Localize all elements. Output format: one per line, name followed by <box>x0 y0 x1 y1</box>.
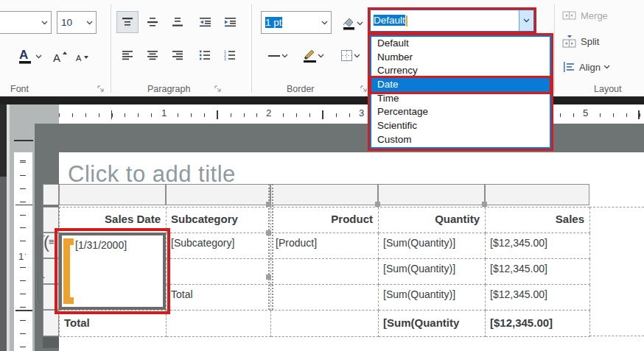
align-center-button[interactable] <box>141 44 164 66</box>
align-middle-button[interactable] <box>141 11 164 33</box>
merge-button[interactable]: Merge <box>562 7 608 24</box>
table-cell[interactable]: [Subcategory] <box>167 233 271 259</box>
table-cell[interactable]: [Product] <box>271 233 379 259</box>
header-cell[interactable]: Sales <box>486 208 590 233</box>
header-cell[interactable]: Subcategory <box>167 208 271 233</box>
format-option-default[interactable]: Default <box>371 37 550 51</box>
header-cell[interactable]: Quantity <box>379 208 486 233</box>
table-cell[interactable] <box>271 259 379 285</box>
table-cell[interactable] <box>271 311 379 337</box>
header-cell[interactable]: Product <box>271 208 379 233</box>
table-cell[interactable]: [Sum(Quantity)] <box>379 285 486 311</box>
format-option-percentage[interactable]: Percentage <box>371 105 550 119</box>
paragraph-dialog-launcher-icon[interactable] <box>214 85 223 93</box>
format-option-number[interactable]: Number <box>371 51 550 65</box>
align-menu-button[interactable]: Align <box>562 58 610 76</box>
align-bottom-button[interactable] <box>167 11 189 33</box>
split-button[interactable]: Split <box>562 32 599 50</box>
text-cursor <box>406 15 407 26</box>
shrink-font-icon: A <box>74 49 91 64</box>
font-color-icon: A <box>18 47 35 66</box>
align-middle-icon <box>147 17 158 27</box>
table-cell[interactable]: [$12,345.00] <box>486 311 590 337</box>
chevron-down-icon <box>41 21 48 25</box>
gripper[interactable] <box>375 202 380 207</box>
chevron-down-icon <box>357 21 363 26</box>
table-cell[interactable]: [$12,345.00] <box>486 259 590 285</box>
table-cell[interactable]: [$12,345.00] <box>486 233 590 259</box>
group-separator <box>554 4 555 93</box>
chevron-down-icon <box>523 18 530 23</box>
table-cell[interactable] <box>271 285 379 311</box>
number-format-value: Default <box>374 15 405 26</box>
bullet-list-icon <box>199 50 211 60</box>
borders-button[interactable] <box>332 44 368 68</box>
gripper[interactable] <box>266 230 271 235</box>
borders-grid-icon <box>340 49 354 63</box>
border-width-combo[interactable]: 1 pt <box>261 11 332 34</box>
column-handle[interactable] <box>270 184 378 205</box>
border-style-button[interactable] <box>261 46 295 66</box>
decrease-indent-button[interactable] <box>193 11 217 33</box>
gripper[interactable] <box>482 202 487 207</box>
font-name-combo[interactable] <box>0 11 52 34</box>
align-label: Align <box>579 62 601 73</box>
svg-text:A: A <box>76 54 82 63</box>
increase-indent-button[interactable] <box>218 11 242 33</box>
gripper[interactable] <box>266 274 271 280</box>
align-right-button[interactable] <box>167 44 189 66</box>
font-color-button[interactable]: A <box>12 44 47 69</box>
align-top-button[interactable] <box>116 11 139 33</box>
column-handle[interactable] <box>59 184 166 205</box>
chevron-down-icon <box>603 65 610 69</box>
ruler-margin-mark <box>14 140 33 141</box>
merge-label: Merge <box>581 10 608 21</box>
grow-font-button[interactable]: A <box>50 46 71 68</box>
format-option-time[interactable]: Time <box>371 92 550 106</box>
table-cell[interactable]: [Sum(Quantity <box>379 311 486 337</box>
horizontal-ruler-number: 2 <box>265 107 273 118</box>
table-cell[interactable]: Total <box>167 285 271 311</box>
split-cells-icon <box>562 35 577 49</box>
number-format-listbox: Default Number Currency Date Time Percen… <box>370 35 551 149</box>
column-handle[interactable] <box>166 184 270 205</box>
table-cell[interactable]: [Sum(Quantity)] <box>379 259 486 285</box>
font-size-combo[interactable]: 10 <box>57 11 97 34</box>
table-cell[interactable]: [$12,345.00] <box>486 285 590 311</box>
table-corner-handle[interactable] <box>43 184 59 205</box>
align-objects-icon <box>562 61 575 73</box>
table-cell[interactable] <box>167 311 271 337</box>
font-dialog-launcher-icon[interactable] <box>97 85 105 93</box>
gripper[interactable] <box>266 202 271 207</box>
paragraph-group-label: Paragraph <box>147 84 190 94</box>
chevron-down-icon <box>318 54 324 58</box>
line-style-icon <box>268 54 281 57</box>
grow-font-icon: A <box>52 49 69 64</box>
bullet-list-button[interactable] <box>193 44 217 66</box>
table-cell[interactable]: Total <box>60 311 167 337</box>
format-option-scientific[interactable]: Scientific <box>371 119 550 133</box>
chevron-down-icon <box>321 21 328 25</box>
numbered-list-button[interactable]: 123 <box>218 44 242 66</box>
left-panel-edge <box>0 104 7 177</box>
decrease-indent-icon <box>199 17 211 27</box>
combo-dropdown-button[interactable] <box>519 10 533 31</box>
table-cell[interactable]: [Sum(Quantity)] <box>379 233 486 259</box>
table-cell[interactable] <box>167 259 271 285</box>
format-option-date[interactable]: Date <box>371 78 550 92</box>
number-format-combo[interactable]: Default <box>370 10 534 32</box>
format-option-currency[interactable]: Currency <box>371 64 550 78</box>
table-resize-handle[interactable] <box>43 337 59 348</box>
format-option-custom[interactable]: Custom <box>371 133 550 147</box>
column-handle[interactable] <box>378 184 485 205</box>
align-bottom-icon <box>172 17 183 27</box>
border-color-brush-icon <box>303 49 318 63</box>
column-handle[interactable] <box>485 184 589 205</box>
align-left-button[interactable] <box>116 44 139 66</box>
font-size-value: 10 <box>57 17 86 28</box>
merge-cells-icon <box>562 10 577 21</box>
fill-color-button[interactable] <box>336 11 368 36</box>
group-scope-bracket <box>38 235 42 303</box>
shrink-font-button[interactable]: A <box>72 46 93 68</box>
border-color-button[interactable] <box>297 44 329 68</box>
